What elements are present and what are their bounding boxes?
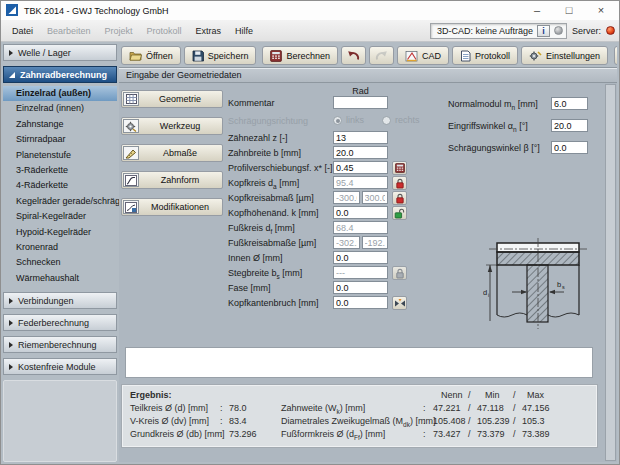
sidebar-section-zahnradberechnung[interactable]: Zahnradberechnung [3,66,117,83]
triangle-expanded-icon [9,72,15,78]
cad-status-text: 3D-CAD: keine Aufträge [437,26,533,36]
sidebar-section-verbindungen[interactable]: Verbindungen [3,292,117,309]
schraegungswinkel-input[interactable] [551,141,588,154]
kopfkreis-lock-button[interactable] [392,176,407,190]
save-button[interactable]: Speichern [184,46,257,65]
result-grundkreis-label: Grundkreis Ø (db) [mm] [130,429,225,439]
normalmodul-input[interactable] [551,97,588,110]
fase-input[interactable] [333,281,388,294]
sidebar-item-stirnradpaar[interactable]: Stirnradpaar [3,132,117,147]
zaehnezahl-input[interactable] [333,131,388,144]
sidebar: Welle / Lager Zahnradberechnung Einzelra… [3,44,117,462]
abmasse-button[interactable]: Abmaße [121,144,223,162]
sidebar-filler-panel [3,380,117,462]
kopfkreisabmass-lock-button[interactable] [392,191,407,205]
help-button[interactable]: Hilfe [614,46,617,65]
eingriffswinkel-input[interactable] [551,119,588,132]
cad-button[interactable]: CAD [397,46,449,65]
open-folder-icon [129,50,142,61]
result-zweikugelmass-min: 105.239 [477,416,510,426]
normalmodul-label: Normalmodul mn [mm] [448,99,538,111]
cad-status-led [554,26,563,35]
sidebar-item-einzelrad-innen[interactable]: Einzelrad (innen) [3,101,117,116]
lock-closed-icon [395,178,405,189]
result-fussformkreis-max: 73.389 [522,429,550,439]
profilverschiebung-calc-button[interactable] [392,161,407,175]
kopfkreis-label: Kopfkreis da [mm] [228,178,299,190]
sidebar-section-federberechnung[interactable]: Federberechnung [3,314,117,331]
kopfkantenbruch-option-button[interactable] [392,296,407,310]
result-zahnweite-max: 47.156 [522,403,550,413]
kopfhoehenaenderung-lock-button[interactable] [392,206,407,220]
message-box [125,347,593,378]
result-fussformkreis-min: 73.379 [477,429,505,439]
calculator-icon [395,163,405,173]
protocol-button[interactable]: Protokoll [452,46,518,65]
cad-icon [405,50,418,62]
result-zahnweite-nenn: 47.221 [433,403,461,413]
sidebar-item-schnecken[interactable]: Schnecken [3,255,117,270]
drawing-label-di: d [483,288,487,297]
undo-button[interactable] [341,46,366,65]
result-zweikugelmass-max: 105.3 [522,416,545,426]
lock-disabled-icon [395,268,405,279]
sidebar-item-4-raederkette[interactable]: 4-Räderkette [3,178,117,193]
sidebar-section-riemenberechnung[interactable]: Riemenberechnung [3,336,117,353]
kopfkreisabmass-input-2 [362,191,389,204]
maximize-button[interactable]: □ [556,2,582,19]
save-disk-icon [192,50,204,62]
menu-datei[interactable]: Datei [5,23,40,39]
sidebar-section-kostenfreie-module[interactable]: Kostenfreie Module [3,358,117,375]
chevron-right-icon [9,364,13,370]
geometrie-button[interactable]: Geometrie [121,90,223,108]
sidebar-item-einzelrad-aussen[interactable]: Einzelrad (außen) [3,86,117,101]
page-title: Eingabe der Geometriedaten [119,67,617,83]
kopfhoehenaenderung-input[interactable] [333,206,388,219]
open-button[interactable]: Öffnen [121,46,181,65]
menu-hilfe[interactable]: Hilfe [228,23,260,39]
sidebar-item-waermehaushalt[interactable]: Wärmehaushalt [3,271,117,286]
menu-protokoll: Protokoll [140,23,189,39]
innendurchmesser-input[interactable] [333,251,388,264]
sidebar-item-hypoid-kegelraeder[interactable]: Hypoid-Kegelräder [3,225,117,240]
calculate-button[interactable]: Berechnen [262,46,338,65]
sidebar-item-zahnstange[interactable]: Zahnstange [3,117,117,132]
minimize-button[interactable]: – [524,2,550,19]
kommentar-input[interactable] [333,96,388,109]
innendurchmesser-label: Innen Ø [mm] [228,253,283,263]
result-fussformkreis-label: Fußformkreis Ø (dFf) [mm] [281,429,385,441]
sidebar-item-kronenrad[interactable]: Kronenrad [3,240,117,255]
modifikationen-button[interactable]: Modifikationen [121,198,223,216]
redo-icon [375,50,388,61]
results-title: Ergebnis: [130,390,172,400]
sidebar-item-kegelraeder[interactable]: Kegelräder gerade/schräg [3,194,117,209]
result-zweikugelmass-label: Diametrales Zweikugelmaß (Mdk) [mm] [281,416,435,428]
scrollbar-track[interactable] [605,84,616,461]
tool-gear-icon [123,119,139,133]
info-button[interactable]: i [537,25,550,37]
result-vkreis-label: V-Kreis Ø (dv) [mm] [130,416,209,426]
zahnbreite-input[interactable] [333,146,388,159]
menu-extras[interactable]: Extras [189,23,229,39]
chevron-right-icon [9,298,13,304]
gear-icon [529,50,542,62]
kopfkantenbruch-input[interactable] [333,296,388,309]
titlebar: TBK 2014 - GWJ Technology GmbH – □ × [1,1,619,20]
drawing-label-bs: b [557,280,561,289]
werkzeug-button[interactable]: Werkzeug [121,117,223,135]
sidebar-section-welle-lager[interactable]: Welle / Lager [3,44,117,61]
zahnform-button[interactable]: Zahnform [121,171,223,189]
settings-button[interactable]: Einstellungen [521,46,608,65]
sidebar-item-3-raederkette[interactable]: 3-Räderkette [3,163,117,178]
zahnbreite-label: Zahnbreite b [mm] [228,148,301,158]
grid-icon [123,92,139,106]
column-header-rad: Rad [333,86,388,96]
server-label: Server: [572,26,601,36]
sidebar-item-planetenstufe[interactable]: Planetenstufe [3,148,117,163]
profilverschiebung-input[interactable] [333,161,388,174]
sidebar-item-spiral-kegelraeder[interactable]: Spiral-Kegelräder [3,209,117,224]
close-button[interactable]: × [588,2,614,19]
app-window: TBK 2014 - GWJ Technology GmbH – □ × Dat… [0,0,620,465]
profilverschiebung-label: Profilverschiebungsf. x* [-] [228,163,333,173]
schraegungsrichtung-radios: links rechts [333,115,420,125]
